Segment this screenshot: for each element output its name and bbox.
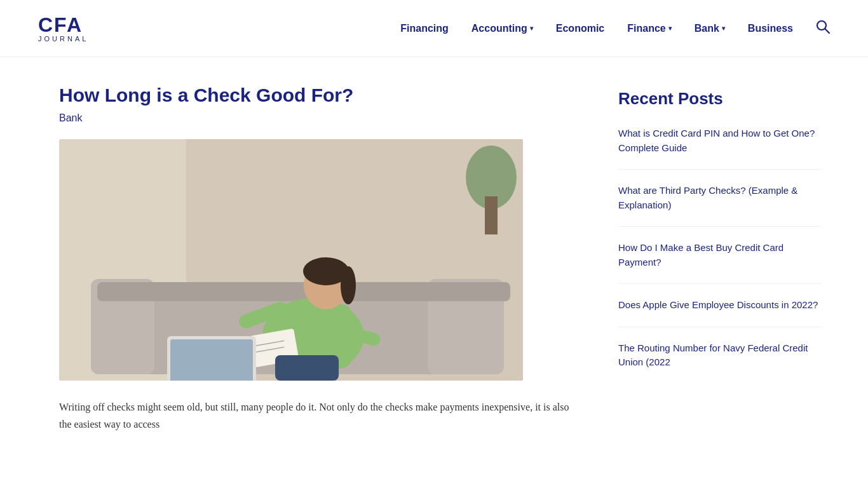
main-container: How Long is a Check Good For? Bank: [21, 57, 847, 458]
bank-chevron-icon: ▾: [722, 25, 725, 32]
recent-post-1[interactable]: What is Credit Card PIN and How to Get O…: [618, 126, 822, 170]
svg-rect-5: [485, 196, 498, 234]
logo-cfa: CFA: [38, 15, 83, 35]
recent-posts-title: Recent Posts: [618, 89, 822, 109]
svg-point-14: [341, 266, 356, 304]
article-title: How Long is a Check Good For?: [59, 83, 580, 107]
recent-post-5[interactable]: The Routing Number for Navy Federal Cred…: [618, 341, 822, 370]
finance-chevron-icon: ▾: [668, 25, 672, 32]
svg-line-1: [825, 29, 830, 34]
main-nav: Financing Accounting ▾ Economic Finance …: [400, 20, 830, 37]
article-image: [59, 139, 523, 381]
nav-accounting[interactable]: Accounting ▾: [471, 23, 533, 34]
article-area: How Long is a Check Good For? Bank: [59, 83, 580, 433]
recent-post-3[interactable]: How Do I Make a Best Buy Credit Card Pay…: [618, 241, 822, 284]
logo-journal: JOURNAL: [38, 35, 88, 43]
recent-post-2[interactable]: What are Third Party Checks? (Example & …: [618, 184, 822, 227]
sidebar: Recent Posts What is Credit Card PIN and…: [618, 83, 822, 433]
article-category[interactable]: Bank: [59, 112, 580, 124]
svg-rect-22: [275, 355, 339, 381]
recent-post-4[interactable]: Does Apple Give Employee Discounts in 20…: [618, 298, 822, 327]
nav-bank[interactable]: Bank ▾: [695, 23, 725, 34]
article-body-text: Writing off checks might seem old, but s…: [59, 398, 580, 433]
svg-rect-21: [170, 339, 253, 381]
nav-economic[interactable]: Economic: [556, 23, 604, 34]
svg-rect-9: [97, 282, 510, 301]
nav-financing[interactable]: Financing: [400, 23, 449, 34]
search-button[interactable]: [816, 20, 830, 37]
nav-finance[interactable]: Finance ▾: [627, 23, 671, 34]
nav-business[interactable]: Business: [748, 23, 793, 34]
accounting-chevron-icon: ▾: [530, 25, 533, 32]
site-header: CFA JOURNAL Financing Accounting ▾ Econo…: [0, 0, 868, 57]
site-logo[interactable]: CFA JOURNAL: [38, 15, 88, 43]
